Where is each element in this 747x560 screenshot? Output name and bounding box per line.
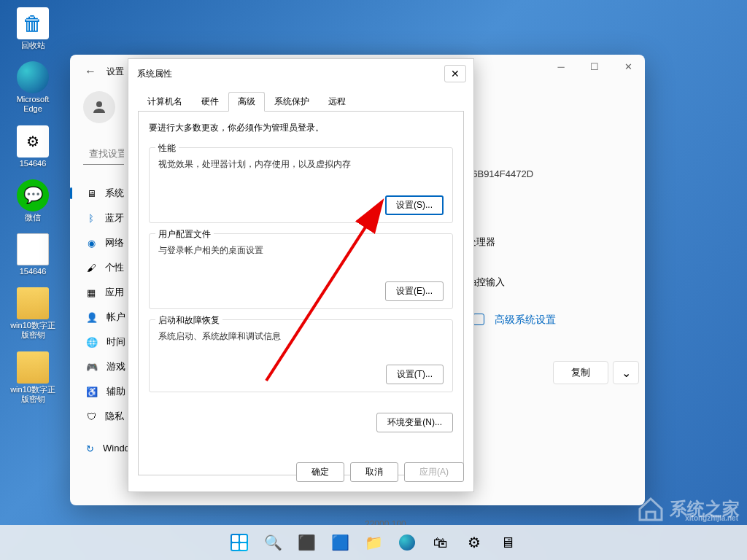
widgets-icon: 🟦 [331,534,349,551]
search-icon: 🔍 [264,534,282,551]
startup-desc: 系统启动、系统故障和调试信息 [158,330,444,343]
clock-icon: 🌐 [86,336,98,348]
nav-bluetooth[interactable]: ᛒ蓝牙 [83,206,124,230]
taskbar: 🔍 ⬛ 🟦 📁 🛍 ⚙ 🖥 [0,525,747,560]
windows-icon [231,534,248,551]
svg-point-0 [96,101,102,107]
folder-label-2: win10数字正版密钥 [7,385,58,404]
app-icon: 🖥 [500,534,515,551]
tab-hardware[interactable]: 硬件 [192,92,228,112]
device-id: 26B914F4472D [467,168,533,179]
user-profile-desc: 与登录帐户相关的桌面设置 [158,244,444,257]
folder-icon [17,351,49,384]
user-avatar[interactable] [83,91,115,123]
person-icon [90,98,108,116]
wechat-icon: 💬 [17,179,49,211]
close-button[interactable]: ✕ [611,55,645,78]
folder-win10key-2[interactable]: win10数字正版密钥 [7,351,58,404]
wifi-icon: ◉ [86,237,96,249]
nav-apps[interactable]: ▦应用 [83,280,124,305]
update-icon: ↻ [86,443,94,454]
file-154646-2[interactable]: 154646 [7,233,58,276]
explorer-button[interactable]: 📁 [359,528,388,557]
startup-settings-button[interactable]: 设置(T)... [386,365,444,384]
maximize-button[interactable]: ☐ [578,55,611,78]
nav-update[interactable]: ↻Windows 更新 [83,436,124,461]
search-input[interactable]: 查找设置 [83,144,124,165]
nav-time[interactable]: 🌐时间 [83,330,124,354]
environment-variables-button[interactable]: 环境变量(N)... [376,413,453,432]
edge-taskbar[interactable] [392,528,422,557]
chevron-down-icon: ⌄ [622,366,631,380]
recycle-bin[interactable]: 回收站 [7,7,58,50]
house-icon [636,494,665,524]
nav-games[interactable]: 🎮游戏 [83,354,124,379]
dialog-close-button[interactable]: ✕ [444,65,466,82]
bluetooth-icon: ᛒ [86,212,96,224]
tab-computer-name[interactable]: 计算机名 [138,92,192,112]
edge-icon [399,534,415,551]
accessibility-icon: ♿ [86,386,98,397]
file-label: 154646 [7,159,58,168]
edge-label: Microsoft Edge [7,95,58,114]
brush-icon: 🖌 [86,262,96,273]
file-154646-1[interactable]: ⚙ 154646 [7,125,58,168]
ok-button[interactable]: 确定 [296,462,344,482]
edge-shortcut[interactable]: Microsoft Edge [7,61,58,114]
folder-icon: 📁 [365,534,383,551]
nav-privacy[interactable]: 🛡隐私 [83,404,124,429]
user-profile-group: 用户配置文件 与登录帐户相关的桌面设置 设置(E)... [149,233,453,309]
system-properties-dialog: 系统属性 ✕ 计算机名 硬件 高级 系统保护 远程 要进行大多数更改，你必须作为… [128,58,474,492]
recycle-bin-label: 回收站 [7,41,58,50]
folder-label: win10数字正版密钥 [7,321,58,340]
nav-accounts[interactable]: 👤帐户 [83,305,124,330]
nav-accessibility[interactable]: ♿辅助 [83,379,124,404]
store-button[interactable]: 🛍 [426,528,455,557]
copy-button[interactable]: 复制 [553,361,608,384]
back-arrow-icon[interactable]: ← [85,65,96,78]
expand-button[interactable]: ⌄ [613,361,639,384]
search-button[interactable]: 🔍 [258,528,287,557]
widgets-button[interactable]: 🟦 [325,528,355,557]
nav-personalize[interactable]: 🖌个性 [83,255,124,280]
nav-system[interactable]: 🖥系统 [83,181,124,206]
folder-win10key-1[interactable]: win10数字正版密钥 [7,287,58,340]
start-button[interactable] [225,528,254,557]
performance-settings-button[interactable]: 设置(S)... [385,195,444,215]
accounts-icon: 👤 [86,311,98,323]
game-icon: 🎮 [86,361,98,373]
dialog-title: 系统属性 [137,68,172,80]
cancel-button[interactable]: 取消 [350,462,398,482]
apps-icon: ▦ [86,287,96,298]
wechat-label: 微信 [7,213,58,222]
tab-protection[interactable]: 系统保护 [265,92,319,112]
startup-title: 启动和故障恢复 [155,314,222,327]
store-icon: 🛍 [433,534,448,551]
edge-icon [17,61,49,93]
settings-taskbar[interactable]: ⚙ [460,528,489,557]
folder-icon [17,287,49,319]
minimize-button[interactable]: ─ [544,55,578,78]
performance-desc: 视觉效果，处理器计划，内存使用，以及虚拟内存 [158,158,444,171]
tab-remote[interactable]: 远程 [319,92,355,112]
system-icon: 🖥 [86,187,96,199]
file-label-2: 154646 [7,267,58,276]
app-taskbar[interactable]: 🖥 [493,528,522,557]
user-profile-settings-button[interactable]: 设置(E)... [385,281,444,301]
gear-icon: ⚙ [468,534,481,551]
watermark: 系统之家 xitongzhijia.net [636,494,740,524]
file-icon: ⚙ [17,125,49,158]
apply-button[interactable]: 应用(A) [404,462,464,482]
wechat-shortcut[interactable]: 💬 微信 [7,179,58,222]
settings-title: 设置 [107,66,124,78]
tab-advanced[interactable]: 高级 [228,92,265,112]
txt-icon [17,233,49,265]
advanced-icon [473,314,484,325]
taskview-icon: ⬛ [298,534,316,551]
nav-network[interactable]: ◉网络 [83,230,124,255]
startup-group: 启动和故障恢复 系统启动、系统故障和调试信息 设置(T)... [149,319,453,392]
performance-group: 性能 视觉效果，处理器计划，内存使用，以及虚拟内存 设置(S)... [149,147,453,223]
advanced-system-settings-link[interactable]: 高级系统设置 [495,314,556,327]
recycle-bin-icon [17,7,49,39]
taskview-button[interactable]: ⬛ [292,528,321,557]
